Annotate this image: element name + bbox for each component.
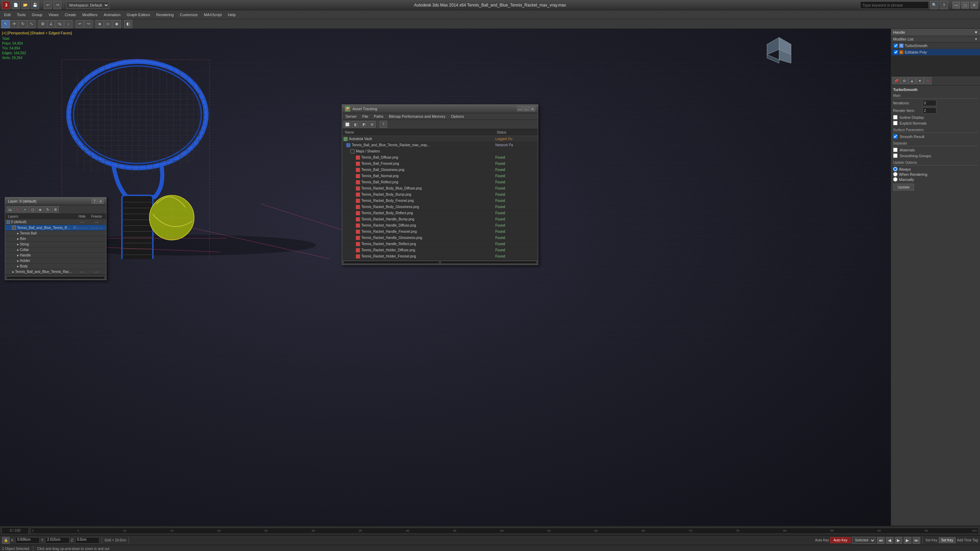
- help-btn[interactable]: ?: [940, 1, 948, 9]
- asset-tool-3[interactable]: ◩: [360, 121, 368, 128]
- mod-ts-checkbox[interactable]: [894, 44, 898, 48]
- layer-row-collar[interactable]: ▸ Collar: [5, 247, 106, 252]
- modifier-down-btn[interactable]: ▼: [916, 77, 924, 84]
- asset-menu-paths[interactable]: Paths: [372, 114, 385, 119]
- asset-file-row[interactable]: Tennis_Ball_Glossiness.png Found: [342, 167, 538, 173]
- layer-highlight-btn[interactable]: ◈: [37, 206, 44, 213]
- configure-btn[interactable]: ⚙: [900, 77, 908, 84]
- asset-menu-options[interactable]: Options: [449, 114, 466, 119]
- layer-row-default[interactable]: 0 (default) — —: [5, 219, 106, 225]
- asset-file-row[interactable]: Tennis_Racket_Body_Bump.png Found: [342, 192, 538, 198]
- snap-toggle[interactable]: ⊞: [38, 20, 47, 28]
- redo-btn[interactable]: ↪: [53, 1, 62, 9]
- search-icon[interactable]: 🔍: [930, 1, 939, 9]
- active-shade[interactable]: ◉: [113, 20, 121, 28]
- asset-row-max[interactable]: Tennis_Ball_and_Blue_Tennis_Racket_max_v…: [342, 142, 538, 148]
- render-btn[interactable]: ▷: [104, 20, 112, 28]
- menu-tools[interactable]: Tools: [14, 12, 29, 17]
- layer-add-object-btn[interactable]: +: [22, 206, 29, 213]
- menu-rendering[interactable]: Rendering: [154, 12, 177, 17]
- asset-dialog-minimize[interactable]: —: [517, 106, 523, 111]
- layer-row-holder[interactable]: ▸ Holder: [5, 258, 106, 264]
- pin-btn[interactable]: 📌: [892, 77, 900, 84]
- asset-dialog-close[interactable]: ✕: [530, 106, 535, 111]
- asset-menu-server[interactable]: Server: [344, 114, 359, 119]
- scale-tool[interactable]: ⤡: [27, 20, 35, 28]
- asset-row-vault[interactable]: Autodesk Vault Logged Ou: [342, 136, 538, 142]
- timeline-track[interactable]: 0 5 10 15 20 25 30 35 40 45 50 55 60 65 …: [30, 528, 978, 534]
- undo-tool[interactable]: ↩: [76, 20, 84, 28]
- layer-row-body[interactable]: ▸ Body: [5, 264, 106, 269]
- ts-iterations-input[interactable]: [923, 100, 936, 106]
- asset-menu-bitmap-perf[interactable]: Bitmap Performance and Memory: [387, 114, 447, 119]
- app-icon[interactable]: 3: [2, 1, 10, 9]
- asset-tool-4[interactable]: ⊞: [368, 121, 376, 128]
- move-tool[interactable]: ✛: [10, 20, 18, 28]
- autokey-btn[interactable]: Auto Key: [830, 537, 851, 543]
- layer-row-tennis[interactable]: Tennis_Ball_and_Blue_Tennis_Racket ☑ — —…: [5, 225, 106, 231]
- ts-manually-radio[interactable]: [893, 177, 897, 182]
- y-coord[interactable]: 2.015cm: [45, 537, 69, 543]
- go-to-start-btn[interactable]: ⏮: [877, 537, 885, 544]
- menu-modifiers[interactable]: Modifiers: [80, 12, 100, 17]
- minimize-btn[interactable]: —: [953, 2, 960, 9]
- angle-snap[interactable]: ∠: [47, 20, 55, 28]
- asset-file-row[interactable]: Tennis_Racket_Holder_Fresnel.png Found: [342, 253, 538, 260]
- ts-always-radio[interactable]: [893, 167, 897, 171]
- mod-ep-checkbox[interactable]: [894, 50, 898, 54]
- menu-graph-editors[interactable]: Graph Editors: [124, 12, 153, 17]
- ts-isoline-checkbox[interactable]: [893, 115, 897, 119]
- asset-file-row[interactable]: Tennis_Racket_Handle_Glossiness.png Foun…: [342, 235, 538, 241]
- new-file-btn[interactable]: 📄: [12, 1, 20, 9]
- modifier-up-btn[interactable]: ▲: [908, 77, 916, 84]
- ts-when-rendering-radio[interactable]: [893, 172, 897, 176]
- close-btn[interactable]: ✕: [970, 2, 978, 9]
- layer-row-rim[interactable]: ▸ Rim: [5, 236, 106, 242]
- panel-header-arrow[interactable]: ▼: [974, 30, 978, 34]
- layer-row-ball[interactable]: ▸ Tennis Ball: [5, 231, 106, 236]
- menu-customize[interactable]: Customize: [177, 12, 200, 17]
- asset-file-row[interactable]: Tennis_Ball_Normal.png Found: [342, 173, 538, 179]
- asset-file-row[interactable]: Tennis_Racket_Handle_Bump.png Found: [342, 216, 538, 222]
- asset-file-row[interactable]: Tennis_Racket_Handle_Diffuse.png Found: [342, 222, 538, 229]
- menu-help[interactable]: Help: [225, 12, 239, 17]
- asset-menu-file[interactable]: File: [360, 114, 370, 119]
- asset-dialog-maximize[interactable]: □: [523, 106, 529, 111]
- search-input[interactable]: [860, 2, 929, 9]
- next-frame-btn[interactable]: ▶: [904, 537, 911, 544]
- render-setup[interactable]: ◈: [95, 20, 104, 28]
- save-btn[interactable]: 💾: [31, 1, 39, 9]
- set-key-btn[interactable]: Set Key: [939, 537, 956, 543]
- modifier-turbosmooth[interactable]: T TurboSmooth: [891, 43, 980, 49]
- spinner-snap[interactable]: ↕: [64, 20, 73, 28]
- layer-refresh-btn[interactable]: ↻: [44, 206, 51, 213]
- modifier-editable-poly[interactable]: E Editable Poly: [891, 49, 980, 56]
- asset-file-row[interactable]: Tennis_Racket_Body_Blue_Diffuse.png Foun…: [342, 186, 538, 192]
- redo-tool[interactable]: ↪: [84, 20, 92, 28]
- asset-file-row[interactable]: Tennis_Ball_Fresnel.png Found: [342, 161, 538, 167]
- asset-file-row[interactable]: Tennis_Racket_Handle_Reflect.png Found: [342, 241, 538, 247]
- material-editor[interactable]: ◧: [124, 20, 132, 28]
- asset-file-row[interactable]: Tennis_Racket_Handle_Fresnel.png Found: [342, 229, 538, 235]
- selected-dropdown[interactable]: Selected: [852, 537, 876, 544]
- asset-tool-2[interactable]: ◧: [352, 121, 359, 128]
- menu-maxscript[interactable]: MAXScript: [201, 12, 225, 17]
- menu-edit[interactable]: Edit: [2, 12, 13, 17]
- layer-row-string[interactable]: ▸ String: [5, 242, 106, 247]
- ts-smooth-result-checkbox[interactable]: [893, 134, 897, 139]
- layer-row-full[interactable]: ▸ Tennis_Ball_and_Blue_Tennis_Racket — —: [5, 269, 106, 275]
- layer-delete-btn[interactable]: ✕: [14, 206, 21, 213]
- ts-explicit-normals-checkbox[interactable]: [893, 121, 897, 125]
- z-coord[interactable]: 0.0cm: [75, 537, 99, 543]
- prev-frame-btn[interactable]: ◀: [886, 537, 893, 544]
- asset-file-row[interactable]: Tennis_Ball_Reflect.png Found: [342, 179, 538, 186]
- menu-group[interactable]: Group: [29, 12, 45, 17]
- go-to-end-btn[interactable]: ⏭: [913, 537, 920, 544]
- undo-btn[interactable]: ↩: [44, 1, 52, 9]
- asset-file-row[interactable]: Tennis_Racket_Body_Fresnel.png Found: [342, 198, 538, 204]
- modifier-delete-btn[interactable]: ✕: [924, 77, 932, 84]
- asset-file-row[interactable]: Tennis_Racket_Body_Reflect.png Found: [342, 210, 538, 216]
- rotate-tool[interactable]: ↻: [19, 20, 27, 28]
- menu-animation[interactable]: Animation: [101, 12, 123, 17]
- ts-render-iters-input[interactable]: [923, 108, 936, 114]
